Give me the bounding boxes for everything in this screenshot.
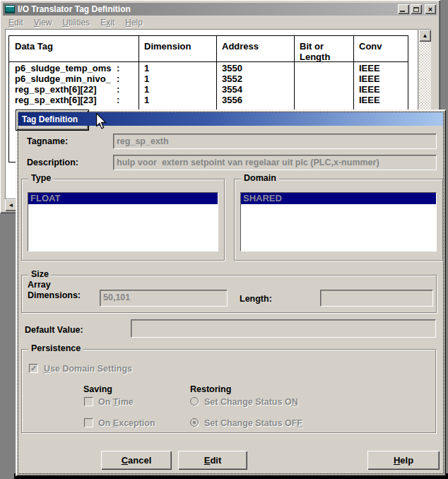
maximize-icon xyxy=(413,7,419,12)
scroll-left-icon: ◄ xyxy=(8,202,14,208)
mouse-cursor-icon xyxy=(96,113,107,129)
table-row[interactable]: p6_sludge_min_nivo_ : 1 3552 IEEE xyxy=(9,73,408,84)
col-header-dimension: Dimension xyxy=(144,41,191,52)
close-button[interactable]: × xyxy=(425,4,436,14)
table-row[interactable]: p6_sludge_temp_oms : 1 3550 IEEE xyxy=(9,63,408,73)
menu-utilities[interactable]: Utilities xyxy=(63,18,90,28)
help-button[interactable]: Help xyxy=(367,451,440,470)
header-separator xyxy=(9,61,408,62)
table-rows: p6_sludge_temp_oms : 1 3550 IEEE p6_slud… xyxy=(9,63,408,105)
menu-view[interactable]: View xyxy=(34,18,52,28)
ok-button[interactable]: OK xyxy=(16,110,89,131)
edit-button-label: Edit xyxy=(204,455,222,466)
focus-rect xyxy=(18,112,444,474)
app-icon xyxy=(5,5,15,13)
tag-definition-dialog: Tag Definition Tagname: reg_sp_exth Desc… xyxy=(16,110,446,476)
col-header-length: Length xyxy=(300,52,330,62)
main-titlebar[interactable]: I/O Translator Tag Definition × xyxy=(3,3,437,16)
table-row[interactable]: reg_sp_exth[6][22] : 1 3554 IEEE xyxy=(9,84,408,95)
maximize-button[interactable] xyxy=(411,4,422,14)
cancel-button[interactable]: Cancel xyxy=(101,451,172,470)
col-header-bit-or: Bit or xyxy=(300,41,324,52)
scroll-up-button[interactable]: ▲ xyxy=(419,30,431,42)
close-icon: × xyxy=(428,5,432,13)
edit-button[interactable]: Edit xyxy=(178,451,247,470)
menubar: Edit View Utilities Exit Help xyxy=(3,16,437,28)
cancel-button-label: Cancel xyxy=(122,455,152,466)
col-header-address: Address xyxy=(222,41,259,52)
minimize-button[interactable] xyxy=(398,4,409,14)
menu-edit[interactable]: Edit xyxy=(8,18,23,28)
menu-exit[interactable]: Exit xyxy=(100,18,114,28)
table-row[interactable]: reg_sp_exth[6][23] : 1 3556 IEEE xyxy=(9,95,408,105)
desktop: I/O Translator Tag Definition × Edit Vie… xyxy=(0,0,448,479)
scroll-up-icon: ▲ xyxy=(423,32,428,39)
col-header-conv: Conv xyxy=(359,41,382,52)
col-header-data-tag: Data Tag xyxy=(15,41,53,52)
help-button-label: Help xyxy=(394,455,413,466)
menu-help[interactable]: Help xyxy=(125,18,143,28)
minimize-icon xyxy=(400,11,405,12)
window-title: I/O Translator Tag Definition xyxy=(18,4,396,14)
